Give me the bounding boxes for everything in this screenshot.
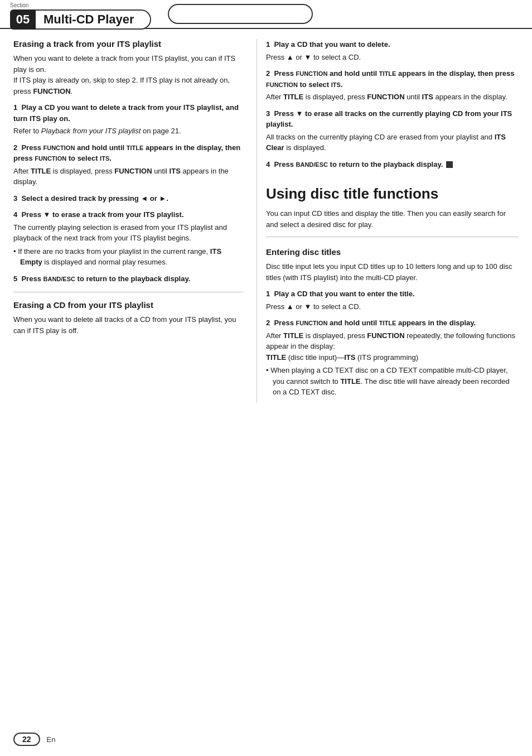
step-1-heading: 1 Play a CD you want to delete a track f…	[13, 102, 243, 124]
large-section-title: Using disc title functions	[266, 185, 519, 203]
step-4-left: 4 Press ▼ to erase a track from your ITS…	[13, 209, 243, 268]
large-section-intro: You can input CD titles and display the …	[266, 208, 519, 230]
large-section: Using disc title functions You can input…	[266, 185, 519, 230]
step-1-right: 1 Play a CD that you want to delete. Pre…	[266, 39, 519, 62]
content-area: Erasing a track from your ITS playlist W…	[0, 29, 532, 403]
right-divider	[266, 237, 519, 237]
entering-step-2-bullet: When playing a CD TEXT disc on a CD TEXT…	[266, 365, 519, 398]
step-2-left: 2 Press function and hold until title ap…	[13, 142, 243, 187]
section1-heading: Erasing a track from your ITS playlist	[13, 39, 243, 49]
entering-step-1-heading: 1 Play a CD that you want to enter the t…	[266, 288, 519, 300]
step-5-heading: 5 Press band/esc to return to the playba…	[13, 273, 243, 285]
footer-language: En	[47, 735, 56, 744]
step-1-right-heading: 1 Play a CD that you want to delete.	[266, 39, 519, 50]
section-number: 05	[10, 9, 36, 30]
section-title: Multi-CD Player	[36, 9, 151, 30]
step-2-right: 2 Press function and hold until title ap…	[266, 68, 519, 103]
left-divider	[13, 292, 243, 292]
entering-disc-heading: Entering disc titles	[266, 247, 519, 257]
entering-disc-intro: Disc title input lets you input CD title…	[266, 261, 519, 283]
page-footer: 22 En	[0, 733, 532, 746]
entering-step-1-body: Press ▲ or ▼ to select a CD.	[266, 301, 519, 312]
header-right-pill	[168, 4, 313, 24]
step-4-heading: 4 Press ▼ to erase a track from your ITS…	[13, 209, 243, 220]
right-column: 1 Play a CD that you want to delete. Pre…	[257, 39, 532, 403]
section-label-block: Section 05 Multi-CD Player	[0, 0, 151, 28]
page-number: 22	[13, 733, 40, 746]
step-4-right: 4 Press band/esc to return to the playba…	[266, 159, 519, 170]
step-3-right-body: All tracks on the currently playing CD a…	[266, 132, 519, 153]
step-1-right-body: Press ▲ or ▼ to select a CD.	[266, 52, 519, 63]
step-3-heading: 3 Select a desired track by pressing ◄ o…	[13, 193, 243, 204]
entering-step-2: 2 Press function and hold until title ap…	[266, 317, 519, 398]
entering-step-2-heading: 2 Press function and hold until title ap…	[266, 317, 519, 329]
step-1-left: 1 Play a CD you want to delete a track f…	[13, 102, 243, 137]
section2-intro: When you want to delete all tracks of a …	[13, 314, 243, 336]
section1-intro: When you want to delete a track from you…	[13, 53, 243, 97]
step-3-right-heading: 3 Press ▼ to erase all tracks on the cur…	[266, 108, 519, 130]
step-1-body: Refer to Playback from your ITS playlist…	[13, 126, 243, 137]
entering-step-1: 1 Play a CD that you want to enter the t…	[266, 288, 519, 312]
entering-disc-section: Entering disc titles Disc title input le…	[266, 247, 519, 398]
step-2-right-heading: 2 Press function and hold until title ap…	[266, 68, 519, 90]
step-2-body: After TITLE is displayed, press FUNCTION…	[13, 166, 243, 187]
section2-heading: Erasing a CD from your ITS playlist	[13, 300, 243, 310]
step-3-right: 3 Press ▼ to erase all tracks on the cur…	[266, 108, 519, 153]
section-number-title: 05 Multi-CD Player	[10, 9, 151, 30]
entering-step-2-body: After TITLE is displayed, press FUNCTION…	[266, 330, 519, 363]
step-4-body: The currently playing selection is erase…	[13, 222, 243, 244]
step-2-right-body: After TITLE is displayed, press FUNCTION…	[266, 92, 519, 103]
left-column: Erasing a track from your ITS playlist W…	[0, 39, 257, 403]
page-container: Section 05 Multi-CD Player Erasing a tra…	[0, 0, 532, 756]
step-4-right-heading: 4 Press band/esc to return to the playba…	[266, 159, 519, 170]
step-2-heading: 2 Press function and hold until title ap…	[13, 142, 243, 164]
section1: Erasing a track from your ITS playlist W…	[13, 39, 243, 284]
stop-icon	[446, 161, 453, 168]
step-4-bullet: If there are no tracks from your playlis…	[13, 246, 243, 268]
step-5-left: 5 Press band/esc to return to the playba…	[13, 273, 243, 285]
page-header: Section 05 Multi-CD Player	[0, 0, 532, 29]
section-label: Section	[10, 2, 151, 8]
section2-left: Erasing a CD from your ITS playlist When…	[13, 300, 243, 336]
step-3-left: 3 Select a desired track by pressing ◄ o…	[13, 193, 243, 204]
